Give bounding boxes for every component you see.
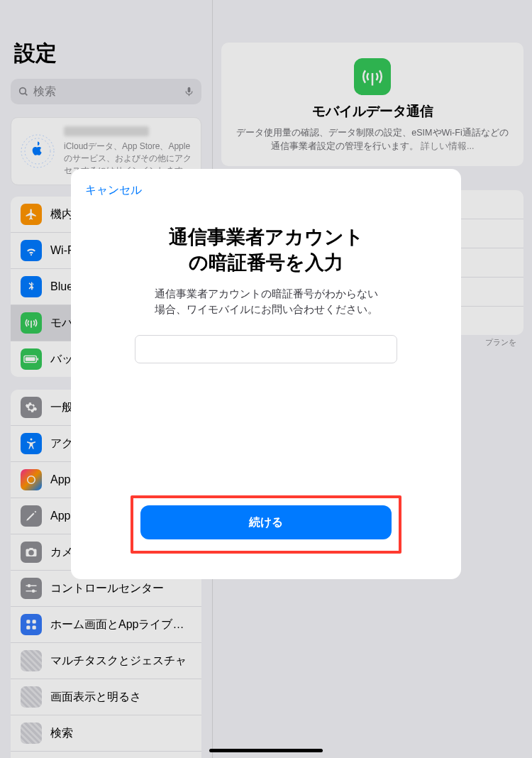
- carrier-pin-modal: キャンセル 通信事業者アカウント の暗証番号を入力 通信事業者アカウントの暗証番…: [71, 169, 461, 579]
- continue-button[interactable]: 続ける: [140, 505, 392, 539]
- pin-input[interactable]: [135, 335, 397, 363]
- highlight-frame: 続ける: [131, 495, 401, 554]
- modal-title: 通信事業者アカウント の暗証番号を入力: [169, 224, 364, 276]
- modal-subtitle: 通信事業者アカウントの暗証番号がわからない 場合、ワイモバイルにお問い合わせくだ…: [155, 286, 378, 318]
- home-indicator[interactable]: [209, 749, 323, 752]
- modal-overlay: キャンセル 通信事業者アカウント の暗証番号を入力 通信事業者アカウントの暗証番…: [0, 0, 532, 758]
- cancel-button[interactable]: キャンセル: [85, 183, 142, 198]
